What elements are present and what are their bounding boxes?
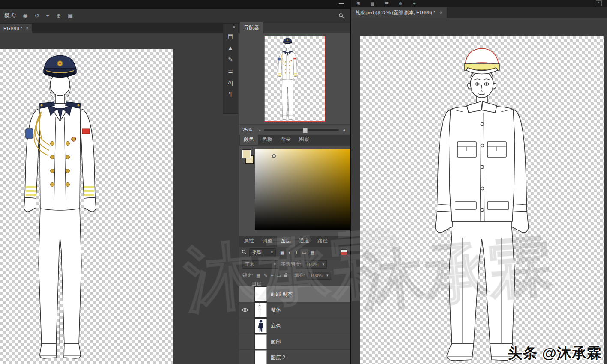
close-icon[interactable]: × [26, 25, 29, 31]
tab-properties[interactable]: 属性 [240, 236, 258, 247]
tab-patterns[interactable]: 图案 [295, 134, 313, 145]
camera-icon[interactable]: ▦ [68, 12, 73, 19]
chevron-down-icon: ▾ [274, 262, 276, 266]
fill-dropdown[interactable]: 100% ▾ [308, 272, 331, 280]
layer-thumbnail[interactable] [255, 287, 267, 301]
filter-smart-object-icon[interactable]: ▦ [310, 250, 314, 255]
layer-row[interactable]: 整体 [239, 302, 350, 318]
tab-gradients[interactable]: 渐变 [277, 134, 295, 145]
layer-thumbnail[interactable] [255, 303, 267, 317]
minimize-icon[interactable]: — [339, 0, 344, 6]
zoom-value[interactable]: 25% [242, 127, 256, 132]
layer-name[interactable]: 底色 [271, 322, 281, 330]
collapse-options-icon[interactable]: ^ [596, 0, 602, 6]
menu-icon[interactable]: ☰ [385, 1, 389, 6]
female-uniform-illustration [0, 49, 173, 364]
move-tool-icon[interactable]: + [46, 12, 50, 19]
tab-swatches[interactable]: 色板 [258, 134, 276, 145]
clone-source-panel-icon[interactable]: ▤ [224, 30, 236, 42]
lock-transparent-pixels-icon[interactable]: ▦ [256, 273, 260, 278]
tab-paths[interactable]: 路径 [314, 236, 332, 247]
visibility-toggle[interactable] [239, 350, 251, 364]
visibility-toggle[interactable] [239, 318, 251, 334]
layer-thumbnail[interactable] [255, 319, 267, 333]
zoom-in-icon[interactable]: ▲ [342, 127, 347, 132]
visibility-toggle[interactable] [239, 302, 251, 318]
layer-filter-toggle[interactable] [341, 249, 347, 255]
pattern-icon[interactable]: ▦ [370, 1, 374, 6]
tab-color[interactable]: 颜色 [240, 134, 258, 145]
expand-panels-icon[interactable]: » [233, 24, 236, 29]
search-icon[interactable] [338, 13, 344, 18]
target-icon[interactable]: ⊕ [56, 12, 61, 19]
blend-mode-dropdown[interactable]: 正常 ▾ [242, 260, 278, 269]
layer-row[interactable]: 面部 [239, 334, 350, 350]
visibility-toggle[interactable] [239, 334, 251, 349]
color-picker-field[interactable] [255, 149, 350, 230]
histogram-panel-icon[interactable]: ▲ [224, 42, 236, 54]
group-indicator-icon [252, 282, 256, 286]
layer-search-icon[interactable] [242, 248, 247, 256]
lock-position-icon[interactable]: + [271, 273, 273, 278]
filter-pixel-layers-icon[interactable]: ▣ [280, 250, 284, 255]
lock-all-icon[interactable] [284, 272, 288, 279]
filter-type-layers-icon[interactable]: T [295, 250, 298, 255]
tab-channels[interactable]: 通道 [295, 236, 313, 247]
color-picker-cursor[interactable] [272, 154, 276, 158]
layer-group-indicator-row [239, 280, 350, 286]
paragraph-panel-icon[interactable]: ¶ [224, 88, 236, 100]
layer-filter-type-dropdown[interactable]: 类型 ▾ [249, 248, 276, 256]
layer-list: 面部 副本 整体 底色 面部 [239, 286, 350, 364]
visibility-toggle[interactable] [239, 286, 251, 302]
navigator-panel-header: 导航器 [239, 23, 350, 33]
layer-row[interactable]: 底色 [239, 318, 350, 334]
rotate-view-icon[interactable]: ↺ [35, 12, 39, 19]
opacity-dropdown[interactable]: 100% ▾ [304, 260, 327, 269]
filter-shape-layers-icon[interactable]: ▭ [302, 250, 306, 255]
tab-adjustments[interactable]: 调整 [258, 236, 276, 247]
left-document-canvas[interactable] [0, 49, 173, 364]
left-document-tab-label: RGB/8) * [3, 26, 22, 31]
layer-name[interactable]: 面部 副本 [271, 291, 293, 298]
character-panel-icon[interactable]: A| [224, 77, 236, 88]
left-window-titlebar: — [0, 0, 350, 9]
brush-settings-panel-icon[interactable]: ✎ [224, 54, 236, 65]
close-icon[interactable]: × [440, 10, 443, 16]
navigator-thumbnail[interactable] [264, 36, 325, 122]
grid-icon[interactable]: ⊞ [356, 1, 360, 6]
blend-mode-value: 正常 [245, 261, 254, 268]
zoom-slider[interactable] [264, 129, 339, 131]
add-icon[interactable]: + [413, 1, 416, 6]
lock-artboard-icon[interactable]: ▭ [276, 273, 281, 278]
adjustments-panel-icon[interactable]: ☰ [224, 65, 236, 77]
layer-filter-icons: ▣ ◐ T ▭ ▦ [280, 250, 315, 255]
left-document-tab[interactable]: RGB/8) * × [0, 24, 32, 33]
gear-icon[interactable]: ⚙ [399, 1, 403, 6]
blend-mode-icon[interactable]: ◉ [23, 12, 27, 19]
layer-filter-type-label: 类型 [252, 249, 262, 256]
layer-row[interactable]: 图层 2 [239, 350, 350, 364]
right-canvas-pasteboard[interactable] [351, 18, 607, 364]
watermark-badge: 头条 @沐承霖 [508, 343, 602, 363]
tab-navigator[interactable]: 导航器 [240, 22, 263, 33]
layer-name[interactable]: 整体 [271, 307, 281, 314]
foreground-color-swatch[interactable] [242, 150, 251, 158]
filter-adjustment-layers-icon[interactable]: ◐ [288, 250, 291, 255]
right-document-tab-label: 礼服.psd @ 25% (面部 副本, RGB/8) * [356, 9, 435, 16]
lock-image-pixels-icon[interactable]: ✎ [263, 273, 267, 278]
zoom-slider-thumb[interactable] [303, 128, 308, 133]
opacity-value: 100% [306, 262, 318, 267]
layer-thumbnail[interactable] [255, 350, 267, 364]
layers-panel-header: 属性 调整 图层 通道 路径 [239, 236, 350, 247]
right-document-canvas[interactable] [360, 36, 604, 364]
layer-row[interactable]: 面部 副本 [239, 286, 350, 302]
zoom-out-icon[interactable]: ▴ [259, 128, 261, 131]
right-options-bar: ⊞ ▦ ☰ ⚙ + ^ [351, 0, 607, 7]
right-document-tab[interactable]: 礼服.psd @ 25% (面部 副本, RGB/8) * × [351, 7, 447, 18]
layer-name[interactable]: 面部 [271, 338, 281, 346]
lock-label: 锁定: [242, 272, 253, 279]
chevron-down-icon: ▾ [271, 250, 273, 254]
layer-name[interactable]: 图层 2 [271, 354, 285, 361]
layer-thumbnail[interactable] [255, 334, 267, 349]
tab-layers[interactable]: 图层 [277, 236, 295, 247]
